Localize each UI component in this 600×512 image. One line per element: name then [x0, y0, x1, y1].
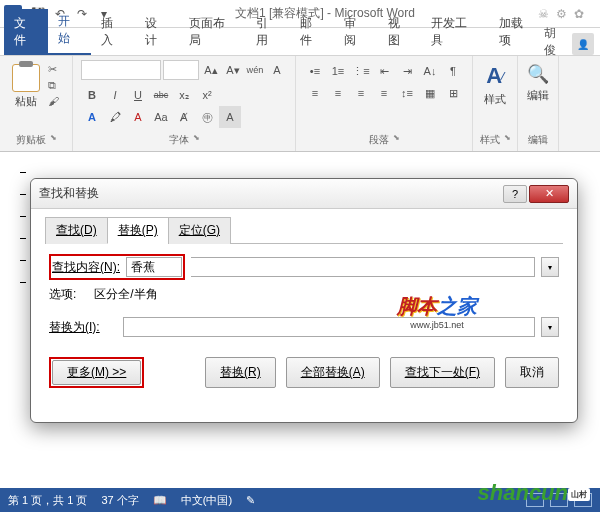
dialog-help-button[interactable]: ?	[503, 185, 527, 203]
spellcheck-icon[interactable]: 📖	[153, 494, 167, 507]
multilevel-icon[interactable]: ⋮≡	[350, 60, 372, 82]
tab-file[interactable]: 文件	[4, 9, 48, 55]
phonetic-icon[interactable]: wén	[245, 60, 265, 80]
clipboard-launcher-icon[interactable]: ⬊	[50, 133, 57, 147]
titlebar-decor: ☠ ⚙ ✿	[538, 7, 588, 21]
paragraph-group-label: 段落	[369, 133, 389, 147]
paste-label: 粘贴	[15, 94, 37, 109]
status-page[interactable]: 第 1 页，共 1 页	[8, 493, 87, 508]
tab-insert[interactable]: 插入	[91, 9, 135, 55]
track-changes-icon[interactable]: ✎	[246, 494, 255, 507]
user-avatar[interactable]: 👤	[572, 33, 594, 55]
font-size-selector[interactable]	[163, 60, 199, 80]
char-shading-button[interactable]: A	[219, 106, 241, 128]
ribbon-tabbar: 文件 开始 插入 设计 页面布局 引用 邮件 审阅 视图 开发工具 加载项 胡俊…	[0, 28, 600, 56]
grow-font-icon[interactable]: A▴	[201, 60, 221, 80]
clipboard-group-label: 剪贴板	[16, 133, 46, 147]
borders-icon[interactable]: ⊞	[442, 82, 464, 104]
font-color-button[interactable]: A	[127, 106, 149, 128]
subscript-button[interactable]: x₂	[173, 84, 195, 106]
tab-layout[interactable]: 页面布局	[179, 9, 246, 55]
paste-button[interactable]: 粘贴	[8, 60, 44, 113]
ribbon: 粘贴 ✂ ⧉ 🖌 剪贴板⬊ A▴ A▾ wén A B I U abc x₂ x…	[0, 56, 600, 152]
find-icon[interactable]: 🔍	[524, 60, 552, 88]
tab-addins[interactable]: 加载项	[489, 9, 545, 55]
find-replace-dialog: 查找和替换 ? ✕ 查找(D) 替换(P) 定位(G) 查找内容(N): 香蕉 …	[30, 178, 578, 423]
status-wordcount[interactable]: 37 个字	[101, 493, 138, 508]
find-next-button[interactable]: 查找下一处(F)	[390, 357, 495, 388]
find-dropdown-icon[interactable]: ▾	[541, 257, 559, 277]
sort-icon[interactable]: A↓	[419, 60, 441, 82]
show-marks-icon[interactable]: ¶	[442, 60, 464, 82]
group-font: A▴ A▾ wén A B I U abc x₂ x² A 🖍 A Aa A̸ …	[73, 56, 296, 151]
tab-references[interactable]: 引用	[246, 9, 290, 55]
underline-button[interactable]: U	[127, 84, 149, 106]
bold-button[interactable]: B	[81, 84, 103, 106]
status-language[interactable]: 中文(中国)	[181, 493, 232, 508]
replace-all-button[interactable]: 全部替换(A)	[286, 357, 380, 388]
numbering-icon[interactable]: 1≡	[327, 60, 349, 82]
replace-button[interactable]: 替换(R)	[205, 357, 276, 388]
clear-formatting-button[interactable]: A̸	[173, 106, 195, 128]
replace-with-label: 替换为(I):	[49, 319, 117, 336]
align-center-icon[interactable]: ≡	[327, 82, 349, 104]
editing-group-label: 编辑	[528, 133, 548, 147]
text-effects-button[interactable]: A	[81, 106, 103, 128]
format-painter-icon[interactable]: 🖌	[48, 94, 64, 108]
options-value: 区分全/半角	[94, 286, 157, 303]
user-name: 胡俊	[544, 25, 568, 59]
find-what-input-ext[interactable]	[191, 257, 535, 277]
italic-button[interactable]: I	[104, 84, 126, 106]
styles-label: 样式	[479, 92, 511, 107]
superscript-button[interactable]: x²	[196, 84, 218, 106]
change-case-button[interactable]: Aa	[150, 106, 172, 128]
font-group-label: 字体	[169, 133, 189, 147]
tab-view[interactable]: 视图	[378, 9, 422, 55]
watermark: 脚本之家 www.jb51.net	[397, 293, 477, 330]
dialog-title: 查找和替换	[39, 185, 99, 202]
tab-developer[interactable]: 开发工具	[421, 9, 488, 55]
group-editing: 🔍 编辑 编辑	[518, 56, 559, 151]
copy-icon[interactable]: ⧉	[48, 78, 64, 92]
styles-icon[interactable]: A⁄	[479, 60, 511, 92]
shrink-font-icon[interactable]: A▾	[223, 60, 243, 80]
editing-label: 编辑	[524, 88, 552, 103]
tab-mailings[interactable]: 邮件	[290, 9, 334, 55]
group-styles: A⁄ 样式 样式⬊	[473, 56, 518, 151]
tab-find[interactable]: 查找(D)	[45, 217, 108, 244]
dialog-titlebar[interactable]: 查找和替换 ? ✕	[31, 179, 577, 209]
increase-indent-icon[interactable]: ⇥	[396, 60, 418, 82]
find-what-input[interactable]: 香蕉	[126, 257, 182, 277]
group-clipboard: 粘贴 ✂ ⧉ 🖌 剪贴板⬊	[0, 56, 73, 151]
highlight-button[interactable]: 🖍	[104, 106, 126, 128]
paragraph-launcher-icon[interactable]: ⬊	[393, 133, 400, 147]
dialog-tabs: 查找(D) 替换(P) 定位(G)	[45, 217, 563, 244]
tab-design[interactable]: 设计	[135, 9, 179, 55]
replace-dropdown-icon[interactable]: ▾	[541, 317, 559, 337]
options-label: 选项:	[49, 286, 76, 303]
styles-launcher-icon[interactable]: ⬊	[504, 133, 511, 147]
enclose-char-button[interactable]: ㊥	[196, 106, 218, 128]
cancel-button[interactable]: 取消	[505, 357, 559, 388]
font-launcher-icon[interactable]: ⬊	[193, 133, 200, 147]
align-right-icon[interactable]: ≡	[350, 82, 372, 104]
shancun-watermark: shancun山村	[478, 480, 590, 506]
align-left-icon[interactable]: ≡	[304, 82, 326, 104]
dialog-close-button[interactable]: ✕	[529, 185, 569, 203]
tab-review[interactable]: 审阅	[334, 9, 378, 55]
cut-icon[interactable]: ✂	[48, 62, 64, 76]
justify-icon[interactable]: ≡	[373, 82, 395, 104]
strikethrough-button[interactable]: abc	[150, 84, 172, 106]
char-border-icon[interactable]: A	[267, 60, 287, 80]
decrease-indent-icon[interactable]: ⇤	[373, 60, 395, 82]
line-spacing-icon[interactable]: ↕≡	[396, 82, 418, 104]
bullets-icon[interactable]: •≡	[304, 60, 326, 82]
gear-icon: ⚙	[556, 7, 570, 21]
tab-replace[interactable]: 替换(P)	[107, 217, 169, 244]
shading-icon[interactable]: ▦	[419, 82, 441, 104]
more-button[interactable]: 更多(M) >>	[52, 360, 141, 385]
font-family-selector[interactable]	[81, 60, 161, 80]
styles-group-label: 样式	[480, 133, 500, 147]
tab-goto[interactable]: 定位(G)	[168, 217, 231, 244]
tab-home[interactable]: 开始	[48, 7, 92, 55]
